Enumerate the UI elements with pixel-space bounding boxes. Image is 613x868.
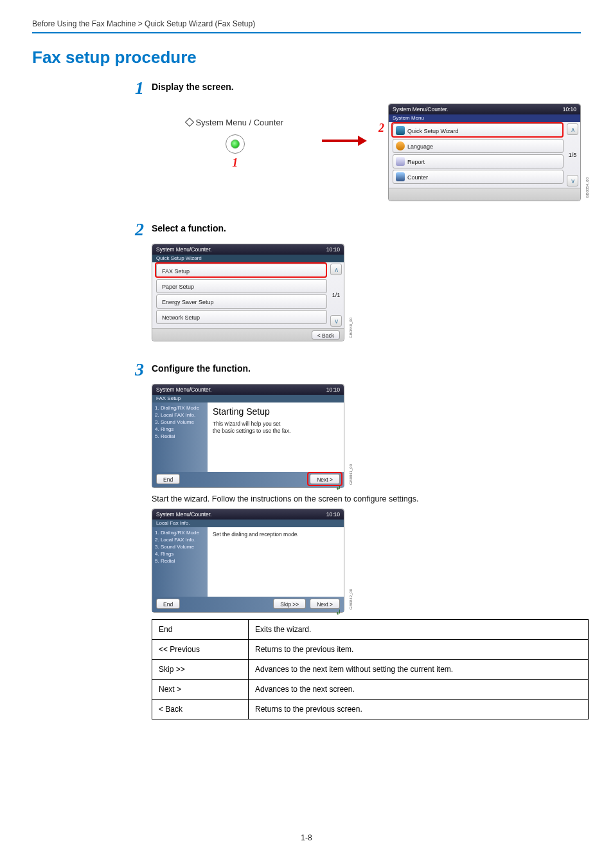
- panel3a-sidecode: GB0841_00: [349, 464, 353, 485]
- def-value: Advances to the next item without settin…: [249, 660, 589, 680]
- panel3a-title: System Menu/Counter.: [156, 384, 211, 395]
- step-1-title: Display the screen.: [152, 82, 234, 92]
- step-3-number: 3: [122, 361, 144, 379]
- menu-energy-saver-setup[interactable]: Energy Saver Setup: [156, 294, 327, 309]
- panel-quick-setup-wizard: System Menu/Counter. 10:10 Quick Setup W…: [152, 244, 344, 341]
- panel1-sidecode: GB0054_00: [585, 177, 589, 198]
- wizard-step-item: 1. Dialing/RX Mode: [155, 530, 205, 536]
- menu-item-label: Counter: [407, 174, 428, 181]
- panel2-scroll: ∧ 1/1 ∨: [330, 264, 342, 327]
- menu-language[interactable]: Language: [393, 139, 564, 153]
- breadcrumb: Before Using the Fax Machine > Quick Set…: [32, 19, 581, 33]
- step-1-number: 1: [122, 79, 144, 97]
- step-3-title: Configure the function.: [152, 363, 251, 374]
- panel3b-title: System Menu/Counter.: [156, 509, 211, 520]
- panel3a-body: 1. Dialing/RX Mode 2. Local FAX Info. 3.…: [152, 402, 344, 472]
- table-row: Skip >> Advances to the next item withou…: [152, 660, 589, 680]
- menu-paper-setup[interactable]: Paper Setup: [156, 279, 327, 293]
- table-row: End Exits the wizard.: [152, 620, 589, 640]
- menu-report[interactable]: Report: [393, 154, 564, 168]
- next-button[interactable]: Next >: [310, 599, 340, 609]
- panel3b-time: 10:10: [326, 509, 340, 520]
- wizard-msg: Set the dialing and reception mode.: [213, 531, 339, 538]
- wizard-main-area: Starting Setup This wizard will help you…: [208, 402, 344, 472]
- menu-network-setup[interactable]: Network Setup: [156, 310, 327, 324]
- callout-1: 1: [167, 156, 303, 170]
- definitions-table: End Exits the wizard. << Previous Return…: [152, 619, 589, 719]
- wizard-step-item: 3. Sound Volume: [155, 419, 205, 425]
- panel2-header: System Menu/Counter. 10:10: [152, 244, 344, 255]
- panel3b-footer: End Skip >> Next > ↲: [152, 597, 344, 612]
- panel2-time: 10:10: [326, 244, 340, 255]
- arrow-right-icon: [322, 140, 359, 142]
- step-3-row: 3 Configure the function.: [122, 361, 581, 379]
- wizard-step-item: 2. Local FAX Info.: [155, 537, 205, 543]
- def-value: Returns to the previous screen.: [249, 700, 589, 719]
- skip-button[interactable]: Skip >>: [273, 599, 306, 609]
- menu-item-label: Language: [407, 143, 433, 150]
- panel1-footer: [389, 188, 580, 201]
- hardware-button-label-text: System Menu / Counter: [195, 118, 283, 127]
- panel3a-time: 10:10: [326, 384, 340, 395]
- table-row: << Previous Returns to the previous item…: [152, 640, 589, 660]
- table-row: < Back Returns to the previous screen.: [152, 700, 589, 719]
- diamond-icon: [185, 118, 194, 127]
- next-button[interactable]: Next >: [310, 474, 340, 484]
- step-2-title: Select a function.: [152, 223, 226, 233]
- back-button[interactable]: < Back: [312, 330, 340, 339]
- end-button[interactable]: End: [156, 599, 180, 609]
- callout-2: 2: [378, 122, 384, 135]
- menu-quick-setup-wizard[interactable]: Quick Setup Wizard: [393, 123, 564, 138]
- end-button[interactable]: End: [156, 474, 180, 484]
- panel1-subhead: System Menu: [389, 114, 580, 122]
- panel3a-header: System Menu/Counter. 10:10: [152, 384, 344, 395]
- panel2-sidecode: GB0840_00: [349, 318, 353, 338]
- scroll-up-button[interactable]: ∧: [567, 123, 578, 135]
- menu-counter[interactable]: Counter: [393, 170, 564, 184]
- panel2-footer: < Back: [152, 328, 344, 341]
- panel3b-subhead: Local Fax Info.: [152, 520, 344, 527]
- page-number: 1-8: [0, 833, 613, 842]
- def-key: Next >: [152, 680, 249, 700]
- def-key: End: [152, 620, 249, 640]
- hardware-button: [226, 134, 245, 154]
- def-key: << Previous: [152, 640, 249, 660]
- menu-item-label: Quick Setup Wizard: [407, 128, 459, 134]
- wizard-step-item: 4. Rings: [155, 426, 205, 432]
- wizard-step-item: 4. Rings: [155, 551, 205, 557]
- panel-local-fax-info: System Menu/Counter. 10:10 Local Fax Inf…: [152, 509, 344, 613]
- wizard-step-item: 5. Redial: [155, 433, 205, 439]
- panel1-time: 10:10: [563, 104, 576, 114]
- wizard-steps-sidebar: 1. Dialing/RX Mode 2. Local FAX Info. 3.…: [152, 527, 208, 597]
- def-key: Skip >>: [152, 660, 249, 680]
- wizard-step-item: 2. Local FAX Info.: [155, 412, 205, 418]
- menu-fax-setup[interactable]: FAX Setup: [156, 264, 327, 278]
- panel-system-menu: System Menu/Counter. 10:10 System Menu Q…: [388, 104, 581, 201]
- def-value: Returns to the previous item.: [249, 640, 589, 660]
- panel3b-body: 1. Dialing/RX Mode 2. Local FAX Info. 3.…: [152, 527, 344, 597]
- panel3a-footer: End Next > ↲: [152, 472, 344, 487]
- def-value: Advances to the next screen.: [249, 680, 589, 700]
- panel1-menu: Quick Setup Wizard Language Report Count…: [389, 122, 580, 188]
- panel2-page-indicator: 1/1: [332, 292, 341, 298]
- step-2-number: 2: [122, 221, 144, 239]
- menu-item-label: Report: [407, 159, 425, 165]
- panel2-title: System Menu/Counter.: [156, 244, 211, 255]
- panel2-subhead: Quick Setup Wizard: [152, 255, 344, 262]
- page-heading: Fax setup procedure: [32, 48, 581, 68]
- menu-item-label: Paper Setup: [162, 284, 194, 290]
- panel1-scroll: ∧ 1/5 ∨: [566, 123, 579, 186]
- scroll-down-button[interactable]: ∨: [330, 315, 342, 327]
- table-row: Next > Advances to the next screen.: [152, 680, 589, 700]
- menu-item-label: Energy Saver Setup: [162, 299, 214, 305]
- step-3-body-text: Start the wizard. Follow the instruction…: [152, 494, 581, 503]
- wizard-msg-line1: This wizard will help you set: [213, 420, 339, 428]
- panel1-header: System Menu/Counter. 10:10: [389, 104, 580, 114]
- enter-icon: ↲: [335, 608, 341, 617]
- panel1-title: System Menu/Counter.: [393, 104, 448, 114]
- scroll-up-button[interactable]: ∧: [330, 264, 342, 275]
- wizard-step-item: 5. Redial: [155, 558, 205, 564]
- panel2-menu: FAX Setup Paper Setup Energy Saver Setup…: [152, 262, 344, 328]
- scroll-down-button[interactable]: ∨: [567, 175, 578, 186]
- step-1-diagram: System Menu / Counter 1 2 System Menu/Co…: [167, 116, 581, 201]
